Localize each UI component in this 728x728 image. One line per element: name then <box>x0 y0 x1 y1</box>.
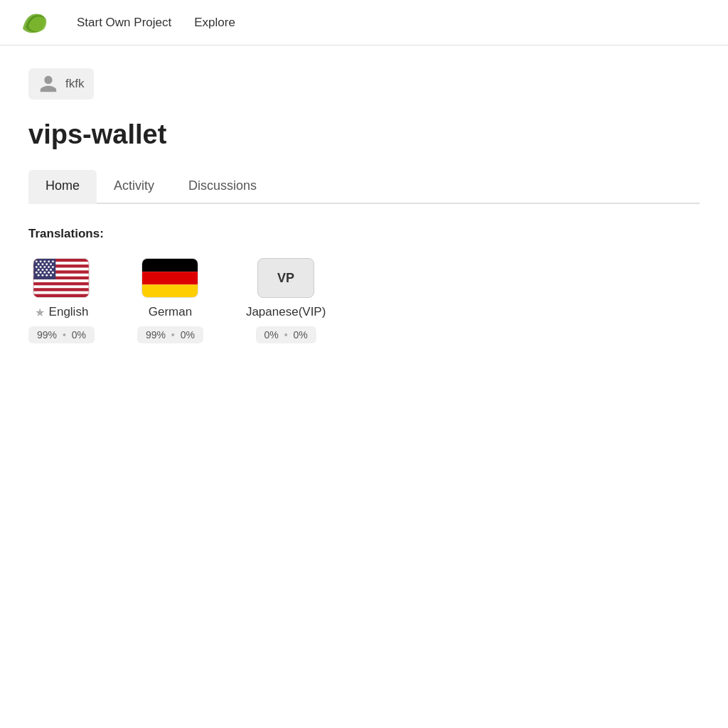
svg-point-18 <box>44 260 46 262</box>
svg-rect-44 <box>142 272 198 284</box>
lang-label-german: German <box>149 305 192 319</box>
translation-item-english[interactable]: ★ English 99% • 0% <box>28 258 95 343</box>
svg-point-37 <box>48 272 50 274</box>
translations-grid: ★ English 99% • 0% German <box>28 258 700 343</box>
svg-rect-12 <box>34 288 89 291</box>
translations-section: Translations: <box>28 227 700 343</box>
svg-point-31 <box>42 269 44 271</box>
nav-links: Start Own Project Explore <box>77 16 235 30</box>
svg-point-35 <box>40 272 42 274</box>
lang-stats-german: 99% • 0% <box>137 326 203 343</box>
stat1-german: 99% <box>146 329 166 341</box>
user-badge[interactable]: fkfk <box>28 68 94 100</box>
flag-de <box>141 258 198 298</box>
svg-point-19 <box>48 260 50 262</box>
svg-rect-43 <box>142 259 198 272</box>
translations-heading: Translations: <box>28 227 700 241</box>
tab-discussions[interactable]: Discussions <box>171 170 274 204</box>
svg-point-21 <box>38 263 40 265</box>
svg-point-24 <box>50 263 53 265</box>
svg-point-39 <box>38 274 40 277</box>
svg-point-29 <box>52 266 54 268</box>
svg-point-33 <box>50 269 53 271</box>
project-title: vips-wallet <box>28 119 700 150</box>
nav-explore[interactable]: Explore <box>194 16 235 30</box>
username: fkfk <box>65 77 84 91</box>
svg-point-27 <box>44 266 46 268</box>
star-icon-english: ★ <box>35 306 45 319</box>
svg-point-22 <box>42 263 44 265</box>
vp-badge: VP <box>257 258 314 298</box>
svg-rect-10 <box>34 282 89 285</box>
lang-label-english: English <box>49 305 89 319</box>
lang-name-english: ★ English <box>35 305 89 319</box>
stat2-japanese-vip: 0% <box>293 329 307 341</box>
svg-point-41 <box>46 274 48 277</box>
svg-point-16 <box>36 260 38 262</box>
stat2-german: 0% <box>181 329 195 341</box>
tab-home[interactable]: Home <box>28 170 97 204</box>
svg-point-38 <box>52 272 54 274</box>
lang-stats-japanese-vip: 0% • 0% <box>256 326 316 343</box>
stat1-japanese-vip: 0% <box>264 329 279 341</box>
nav-start-own-project[interactable]: Start Own Project <box>77 16 171 30</box>
svg-point-28 <box>48 266 50 268</box>
svg-point-26 <box>40 266 42 268</box>
svg-point-32 <box>46 269 48 271</box>
avatar-icon <box>38 74 58 94</box>
svg-rect-45 <box>142 284 198 297</box>
svg-rect-9 <box>34 279 89 282</box>
lang-stats-english: 99% • 0% <box>28 326 95 343</box>
lang-name-japanese-vip: Japanese(VIP) <box>246 305 326 319</box>
translation-item-japanese-vip[interactable]: VP Japanese(VIP) 0% • 0% <box>246 258 326 343</box>
svg-rect-13 <box>34 291 89 294</box>
tab-activity[interactable]: Activity <box>97 170 171 204</box>
header: Start Own Project Explore <box>0 0 728 46</box>
svg-point-20 <box>52 260 54 262</box>
svg-point-40 <box>42 274 44 277</box>
flag-us <box>33 258 90 298</box>
svg-point-25 <box>36 266 38 268</box>
svg-rect-11 <box>34 285 89 288</box>
logo[interactable] <box>17 6 54 40</box>
svg-point-17 <box>40 260 42 262</box>
main-content: fkfk vips-wallet Home Activity Discussio… <box>0 46 728 366</box>
svg-point-23 <box>46 263 48 265</box>
lang-name-german: German <box>149 305 192 319</box>
svg-point-34 <box>36 272 38 274</box>
svg-point-42 <box>50 274 53 277</box>
translation-item-german[interactable]: German 99% • 0% <box>137 258 203 343</box>
stat1-english: 99% <box>37 329 57 341</box>
lang-label-japanese-vip: Japanese(VIP) <box>246 305 326 319</box>
svg-point-30 <box>38 269 40 271</box>
stat2-english: 0% <box>72 329 86 341</box>
tabs-bar: Home Activity Discussions <box>28 170 700 204</box>
svg-point-36 <box>44 272 46 274</box>
svg-rect-14 <box>34 294 89 297</box>
